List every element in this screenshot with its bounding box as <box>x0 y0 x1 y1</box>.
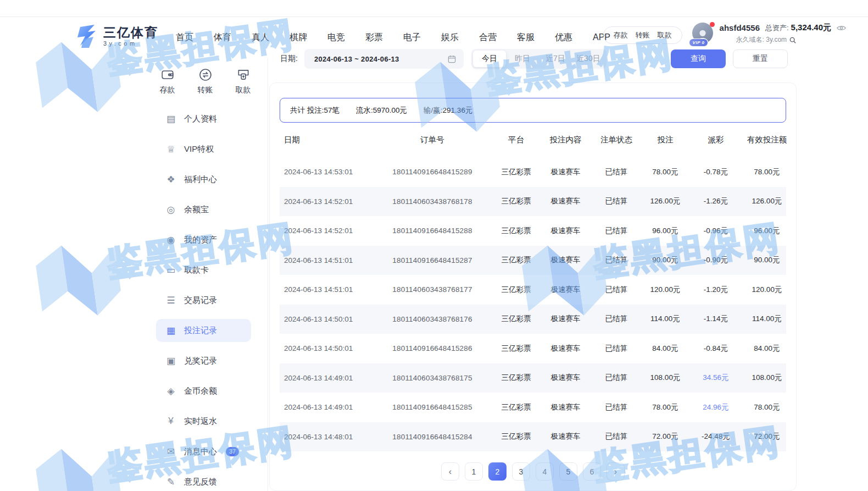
withdraw-icon <box>236 68 251 82</box>
wallet-action-link[interactable]: 取款 <box>658 30 672 40</box>
transfer-button[interactable]: 转账 <box>198 68 213 95</box>
nav-item[interactable]: 优惠 <box>555 32 572 43</box>
cell-bet-amount: 90.00元 <box>641 255 689 265</box>
sidebar-item-icon: ▭ <box>165 264 177 276</box>
quick-range-button[interactable]: 近7日 <box>539 51 572 67</box>
sidebar-menu-item[interactable]: ▦ 投注记录 <box>156 319 251 342</box>
next-page-button[interactable]: › <box>607 462 625 481</box>
page-button[interactable]: 4 <box>536 462 554 481</box>
nav-item[interactable]: 娱乐 <box>441 32 459 43</box>
nav-item[interactable]: 电竞 <box>327 32 345 43</box>
col-valid: 有效投注额 <box>742 135 792 145</box>
summary-item: 输/赢:291.36元 <box>424 106 472 115</box>
nav-item[interactable]: 体育 <box>214 32 231 43</box>
quick-range-group: 今日昨日近7日近30日 <box>471 49 607 69</box>
page-button[interactable]: 2 <box>488 462 507 481</box>
eye-icon[interactable] <box>837 25 846 31</box>
sidebar-menu-item[interactable]: ✎ 意见反馈 <box>156 470 251 491</box>
nav-item[interactable]: 首页 <box>176 32 193 43</box>
sidebar-menu-item[interactable]: ✉ 消息中心 37 <box>156 440 251 463</box>
cell-bet-content: 极速赛车 <box>539 255 592 265</box>
table-row: 2024-06-13 14:52:01 1801140916648415288 … <box>280 216 786 246</box>
sidebar-menu-item[interactable]: ▤ 个人资料 <box>156 107 251 130</box>
table-body: 2024-06-13 14:53:01 1801140916648415289 … <box>280 157 786 451</box>
nav-item[interactable]: 真人 <box>252 32 269 43</box>
table-row: 2024-06-13 14:51:01 1801140603438768177 … <box>280 275 786 305</box>
cell-payout: -1.26元 <box>689 196 742 206</box>
quick-range-button[interactable]: 今日 <box>473 51 506 67</box>
sidebar-item-label: 取款卡 <box>184 265 209 275</box>
brand-logo[interactable]: 三亿体育 3y.com <box>75 24 158 49</box>
sidebar-item-label: 实时返水 <box>184 416 217 427</box>
cell-bet-amount: 126.00元 <box>641 196 689 206</box>
sidebar-item-label: 个人资料 <box>184 114 217 124</box>
table-row: 2024-06-13 14:51:01 1801140916648415287 … <box>280 246 786 275</box>
date-range-input[interactable]: 2024-06-13 ~ 2024-06-13 <box>304 49 464 69</box>
sidebar-item-label: 投注记录 <box>184 326 217 336</box>
sidebar-menu-item[interactable]: ¥ 实时返水 <box>156 410 251 433</box>
transfer-icon <box>198 68 213 82</box>
total-assets-value: 5,324.40元 <box>791 23 831 33</box>
col-payout: 派彩 <box>689 135 742 145</box>
cell-status: 已结算 <box>592 167 641 177</box>
page-button[interactable]: 5 <box>559 462 577 481</box>
nav-item[interactable]: 彩票 <box>365 32 383 43</box>
sidebar-menu-item[interactable]: ▭ 取款卡 <box>156 258 251 282</box>
sidebar-item-icon: ◉ <box>165 234 177 246</box>
cell-platform: 三亿彩票 <box>493 373 539 383</box>
sidebar-menu-item[interactable]: ♕ VIP特权 <box>156 137 251 161</box>
cell-status: 已结算 <box>592 285 641 295</box>
cell-valid-amount: 72.00元 <box>742 432 792 442</box>
search-button[interactable]: 查询 <box>671 49 726 68</box>
cell-platform: 三亿彩票 <box>493 196 539 206</box>
cell-bet-amount: 114.00元 <box>641 314 689 324</box>
cell-bet-amount: 96.00元 <box>641 226 689 236</box>
page-button[interactable]: 1 <box>465 462 483 481</box>
wallet-action-link[interactable]: 转账 <box>636 30 650 40</box>
page-button[interactable]: 3 <box>512 462 530 481</box>
quick-range-button[interactable]: 近30日 <box>572 51 605 67</box>
deposit-button[interactable]: 存款 <box>160 68 175 95</box>
cell-valid-amount: 114.00元 <box>742 314 792 324</box>
sidebar-item-icon: ☰ <box>165 295 177 306</box>
sidebar-menu-item[interactable]: ◉ 我的资产 <box>156 228 251 251</box>
cell-status: 已结算 <box>592 196 641 206</box>
pagination: ‹ 123456 › <box>270 462 796 481</box>
prev-page-button[interactable]: ‹ <box>441 462 459 481</box>
nav-item[interactable]: 合营 <box>479 32 497 43</box>
sidebar-menu-item[interactable]: ☰ 交易记录 <box>156 289 251 312</box>
sidebar-item-icon: ¥ <box>165 416 177 427</box>
nav-item[interactable]: 电子 <box>403 32 421 43</box>
summary-item: 共计 投注:57笔 <box>290 106 340 115</box>
cell-status: 已结算 <box>592 226 641 236</box>
col-platform: 平台 <box>493 135 539 145</box>
nav-item[interactable]: 客服 <box>517 32 535 43</box>
cell-valid-amount: 84.00元 <box>742 344 792 354</box>
page-button[interactable]: 6 <box>583 462 601 481</box>
cell-status: 已结算 <box>592 344 641 354</box>
cell-platform: 三亿彩票 <box>493 314 539 324</box>
quick-range-button[interactable]: 昨日 <box>506 51 539 67</box>
sidebar-menu-item[interactable]: ▣ 兑奖记录 <box>156 349 251 372</box>
cell-bet-amount: 120.00元 <box>641 285 689 295</box>
sidebar-menu-item[interactable]: ◎ 余额宝 <box>156 198 251 221</box>
table-row: 2024-06-13 14:50:01 1801140916648415286 … <box>280 334 786 363</box>
cell-order-number: 1801140916648415286 <box>372 344 493 352</box>
search-icon[interactable] <box>789 37 796 43</box>
sidebar-menu-item[interactable]: ◈ 金币余额 <box>156 379 251 402</box>
sidebar-quick-actions: 存款 转账 取款 <box>143 58 268 98</box>
cell-status: 已结算 <box>592 432 641 442</box>
reset-button[interactable]: 重置 <box>733 49 788 68</box>
sidebar-menu-item[interactable]: ❖ 福利中心 <box>156 168 251 191</box>
sidebar-item-icon: ❖ <box>165 174 177 185</box>
cell-payout: 24.96元 <box>689 402 742 412</box>
nav-item[interactable]: 棋牌 <box>290 32 307 43</box>
sidebar-item-label: 金币余额 <box>184 386 217 396</box>
table-row: 2024-06-13 14:53:01 1801140916648415289 … <box>280 157 786 187</box>
cell-status: 已结算 <box>592 314 641 324</box>
table-header: 日期 订单号 平台 投注内容 注单状态 投注 派彩 有效投注额 <box>280 123 786 157</box>
cell-valid-amount: 78.00元 <box>742 167 792 177</box>
cell-date: 2024-06-13 14:49:01 <box>284 403 372 411</box>
withdraw-button[interactable]: 取款 <box>236 68 251 95</box>
wallet-action-link[interactable]: 存款 <box>614 30 628 40</box>
